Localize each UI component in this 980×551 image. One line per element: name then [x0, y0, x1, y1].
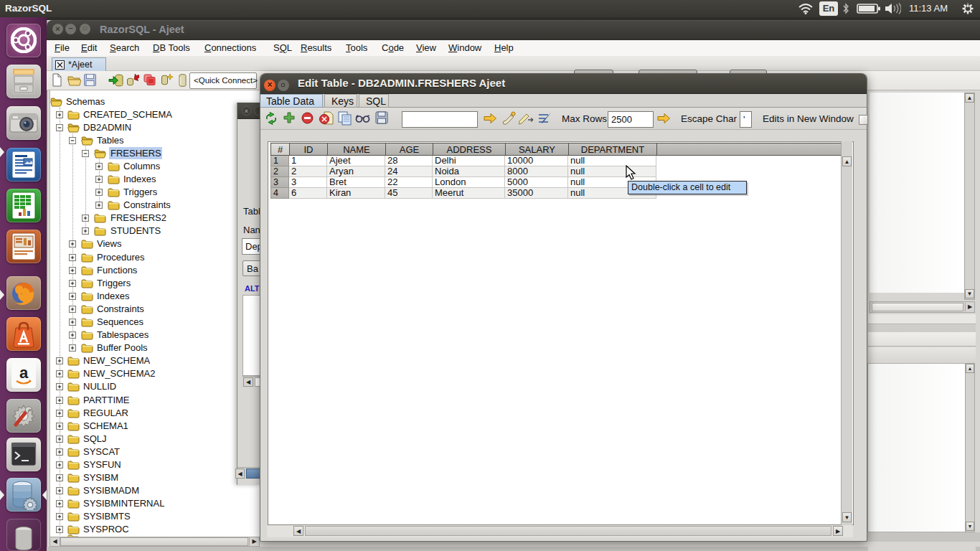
svg-text:a: a: [19, 364, 29, 382]
